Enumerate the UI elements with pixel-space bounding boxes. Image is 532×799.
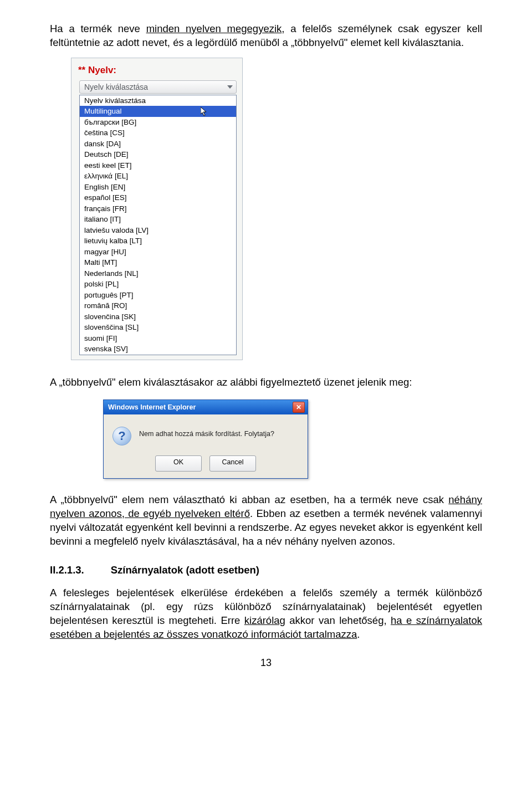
language-option[interactable]: dansk [DA] [80,139,236,150]
language-option[interactable]: ελληνικά [EL] [80,171,236,182]
text: Ha a termék neve [50,23,146,34]
language-option[interactable]: polski [PL] [80,279,236,290]
section-heading: II.2.1.3. Színárnyalatok (adott esetben) [50,564,482,576]
language-option[interactable]: Multilingual [80,106,236,117]
text: A „többnyelvű" elem nem választható ki a… [50,494,448,505]
ok-button[interactable]: OK [155,455,202,472]
language-option[interactable]: eesti keel [ET] [80,160,236,171]
text-underline: kizárólag [244,614,285,626]
cursor-icon [201,107,209,117]
label-text: Nyelv: [88,65,116,75]
question-icon: ? [112,427,131,445]
chevron-down-icon [227,85,233,89]
section-title: Színárnyalatok (adott esetben) [111,564,259,576]
svg-marker-0 [201,107,206,116]
language-option[interactable]: Deutsch [DE] [80,149,236,160]
language-option[interactable]: Malti [MT] [80,257,236,268]
language-option[interactable]: svenska [SV] [80,344,236,355]
language-option[interactable]: English [EN] [80,182,236,193]
dialog-body: ? Nem adhat hozzá másik fordítást. Folyt… [104,414,308,478]
language-option[interactable]: slovenčina [SK] [80,311,236,322]
language-option[interactable]: lietuvių kalba [LT] [80,235,236,247]
page-number: 13 [50,657,482,669]
dialog-titlebar: Windows Internet Explorer ✕ [104,400,308,414]
language-option[interactable]: suomi [FI] [80,333,236,344]
text: akkor van lehetőség, [285,614,391,626]
text-underline: minden nyelven megegyezik [146,23,282,34]
language-option[interactable]: français [FR] [80,203,236,214]
paragraph-multilingual-note: A „többnyelvű" elem nem választható ki a… [50,493,482,549]
language-option[interactable]: български [BG] [80,117,236,128]
paragraph-warning-intro: A „többnyelvű" elem kiválasztásakor az a… [50,376,482,390]
language-option-list[interactable]: Nyelv kiválasztásaMultilingualбългарски … [79,95,237,355]
close-icon: ✕ [296,403,301,411]
language-option[interactable]: magyar [HU] [80,247,236,258]
language-select[interactable]: Nyelv kiválasztása [79,80,237,94]
section-number: II.2.1.3. [50,564,84,576]
paragraph-shades: A felesleges bejelentések elkerülése érd… [50,586,482,642]
language-dropdown-panel: ** Nyelv: Nyelv kiválasztása Nyelv kivál… [71,58,243,360]
language-option[interactable]: latviešu valoda [LV] [80,225,236,236]
text: . [357,628,360,640]
dialog-message: Nem adhat hozzá másik fordítást. Folytat… [139,427,274,438]
required-asterisks: ** [78,65,88,75]
language-option[interactable]: Nederlands [NL] [80,268,236,279]
dialog-title: Windows Internet Explorer [108,403,196,411]
dropdown-label: ** Nyelv: [71,64,242,80]
language-option[interactable]: slovenščina [SL] [80,322,236,333]
confirm-dialog: Windows Internet Explorer ✕ ? Nem adhat … [103,400,308,479]
paragraph-intro: Ha a termék neve minden nyelven megegyez… [50,22,482,50]
close-button[interactable]: ✕ [293,402,305,413]
language-option[interactable]: Nyelv kiválasztása [80,95,236,106]
language-option[interactable]: italiano [IT] [80,214,236,225]
language-option[interactable]: čeština [CS] [80,127,236,139]
language-option[interactable]: română [RO] [80,300,236,311]
select-value: Nyelv kiválasztása [84,83,148,91]
language-option[interactable]: português [PT] [80,290,236,301]
cancel-button[interactable]: Cancel [209,455,256,472]
language-option[interactable]: español [ES] [80,192,236,203]
